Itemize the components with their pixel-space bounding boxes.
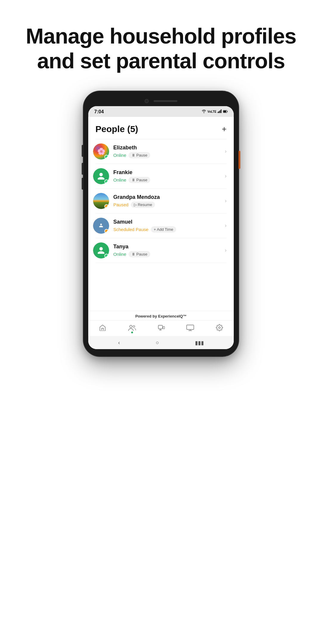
svg-rect-5 [224, 111, 226, 112]
status-icons: VoLTE [202, 109, 228, 114]
home-icon [99, 324, 106, 333]
phone-screen: 7:04 VoLTE [88, 106, 234, 349]
nav-people-active-dot [131, 332, 133, 333]
battery-icon [223, 109, 228, 114]
bottom-nav [88, 320, 234, 336]
avatar-elizabeth: 🌸 [93, 143, 109, 160]
android-back-button[interactable]: ‹ [118, 340, 120, 346]
android-home-button[interactable]: ○ [156, 340, 159, 346]
person-name-samuel: Samuel [113, 219, 222, 225]
person-info-elizabeth: Elizabeth Online ⏸ Pause [113, 145, 222, 158]
signal-icon [218, 109, 222, 114]
status-text-frankie: Online [113, 177, 126, 182]
status-dot-frankie [104, 179, 109, 184]
person-row-samuel[interactable]: Samuel Scheduled Pause + Add Time › [88, 213, 234, 238]
svg-rect-0 [218, 112, 219, 113]
hero-title: Manage household profiles and set parent… [2, 0, 320, 91]
add-time-chip-samuel[interactable]: + Add Time [151, 226, 176, 233]
svg-rect-2 [220, 110, 221, 113]
person-name-tanya: Tanya [113, 244, 222, 250]
pause-icon-frankie: ⏸ [131, 178, 135, 182]
status-dot-grandpa [104, 204, 109, 208]
person-info-frankie: Frankie Online ⏸ Pause [113, 169, 222, 183]
svg-rect-6 [227, 111, 228, 112]
person-info-tanya: Tanya Online ⏸ Pause [113, 244, 222, 257]
pause-chip-frankie[interactable]: ⏸ Pause [129, 177, 150, 183]
phone-mockup: 7:04 VoLTE [83, 91, 239, 356]
wifi-icon [202, 109, 206, 114]
pause-icon-tanya: ⏸ [131, 252, 135, 256]
person-info-grandpa: Grandpa Mendoza Paused ▷ Resume [113, 194, 222, 208]
person-status-row-grandpa: Paused ▷ Resume [113, 202, 222, 208]
person-status-row-tanya: Online ⏸ Pause [113, 251, 222, 257]
app-header: People (5) + [88, 117, 234, 139]
person-status-row-samuel: Scheduled Pause + Add Time [113, 226, 222, 233]
svg-rect-12 [187, 325, 194, 329]
chevron-elizabeth: › [225, 148, 227, 154]
powered-by: Powered by ExperienceIQ™ [88, 311, 234, 320]
person-status-row-elizabeth: Online ⏸ Pause [113, 152, 222, 158]
person-name-elizabeth: Elizabeth [113, 145, 222, 151]
status-dot-tanya [104, 254, 109, 258]
chevron-frankie: › [225, 173, 227, 179]
page-title: People (5) [95, 124, 138, 134]
status-dot-elizabeth [104, 155, 109, 159]
camera-icon [145, 99, 149, 103]
nav-home[interactable] [99, 324, 106, 333]
status-dot-samuel [104, 229, 109, 233]
android-nav-bar: ‹ ○ ▮▮▮ [88, 336, 234, 349]
nav-settings[interactable] [216, 324, 223, 333]
settings-icon [216, 324, 223, 333]
person-row-elizabeth[interactable]: 🌸 Elizabeth Online ⏸ Pause › [88, 139, 234, 164]
resume-icon-grandpa: ▷ [134, 202, 137, 207]
content-spacer [88, 263, 234, 311]
svg-rect-3 [221, 109, 222, 113]
svg-point-8 [130, 325, 132, 328]
volte-icon: VoLTE [208, 110, 216, 113]
person-row-frankie[interactable]: Frankie Online ⏸ Pause › [88, 164, 234, 188]
app-content: People (5) + 🌸 Elizabeth Online [88, 117, 234, 349]
svg-point-9 [133, 326, 135, 327]
pause-chip-tanya[interactable]: ⏸ Pause [129, 251, 150, 257]
screen-icon [186, 324, 194, 333]
resume-chip-grandpa[interactable]: ▷ Resume [131, 202, 155, 208]
person-row-grandpa[interactable]: Grandpa Mendoza Paused ▷ Resume › [88, 189, 234, 213]
svg-point-13 [219, 327, 220, 329]
nav-devices[interactable] [158, 324, 165, 333]
chevron-samuel: › [225, 222, 227, 229]
speaker [154, 100, 177, 102]
android-recents-button[interactable]: ▮▮▮ [195, 340, 204, 346]
status-text-tanya: Online [113, 252, 126, 257]
nav-people[interactable] [128, 324, 136, 333]
person-info-samuel: Samuel Scheduled Pause + Add Time [113, 219, 222, 233]
status-text-grandpa: Paused [113, 202, 129, 207]
person-row-tanya[interactable]: Tanya Online ⏸ Pause › [88, 238, 234, 263]
avatar-samuel [93, 218, 109, 234]
person-name-frankie: Frankie [113, 169, 222, 176]
pause-chip-elizabeth[interactable]: ⏸ Pause [129, 152, 150, 158]
person-name-grandpa: Grandpa Mendoza [113, 194, 222, 200]
avatar-tanya [93, 242, 109, 258]
nav-screen[interactable] [186, 324, 194, 333]
status-text-elizabeth: Online [113, 153, 126, 158]
avatar-frankie [93, 168, 109, 184]
svg-rect-10 [158, 325, 162, 329]
status-text-samuel: Scheduled Pause [113, 227, 148, 232]
devices-icon [158, 324, 165, 333]
avatar-grandpa [93, 193, 109, 209]
pause-icon-elizabeth: ⏸ [131, 153, 135, 157]
status-bar: 7:04 VoLTE [88, 106, 234, 117]
chevron-grandpa: › [225, 198, 227, 204]
svg-rect-1 [219, 111, 220, 113]
chevron-tanya: › [225, 247, 227, 253]
status-time: 7:04 [94, 109, 104, 114]
add-person-button[interactable]: + [222, 125, 227, 133]
person-status-row-frankie: Online ⏸ Pause [113, 177, 222, 183]
svg-rect-11 [163, 326, 165, 329]
